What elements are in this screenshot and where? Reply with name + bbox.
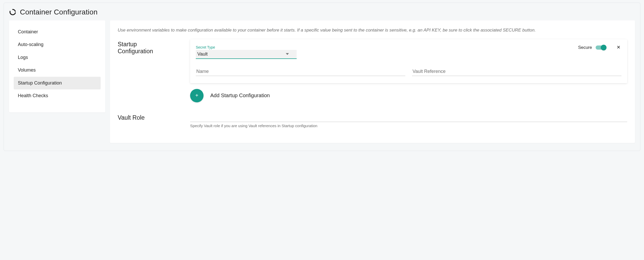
secret-type-field: Secret Type Vault <box>196 45 297 59</box>
sidebar: Container Auto-scaling Logs Volumes Star… <box>9 20 105 112</box>
vault-role-section: Vault Role Specify Vault role if you are… <box>118 113 627 128</box>
secret-type-label: Secret Type <box>196 45 297 49</box>
plus-icon: + <box>195 93 198 98</box>
sidebar-item-label: Volumes <box>18 67 36 73</box>
sidebar-item-label: Startup Configuration <box>18 80 62 86</box>
secret-type-value: Vault <box>197 51 208 57</box>
startup-config-card: ✕ Secret Type Vault <box>190 39 627 83</box>
add-startup-config-label: Add Startup Configuration <box>210 93 270 98</box>
sidebar-item-volumes[interactable]: Volumes <box>14 64 101 77</box>
main-content: Use environment variables to make config… <box>110 20 635 143</box>
sidebar-item-container[interactable]: Container <box>14 26 101 38</box>
sidebar-item-label: Logs <box>18 55 28 60</box>
sidebar-item-label: Health Checks <box>18 93 48 98</box>
close-icon: ✕ <box>617 45 620 50</box>
section-heading: Vault Role <box>118 113 172 121</box>
secure-toggle-group: Secure <box>578 45 606 50</box>
add-startup-config-row: + Add Startup Configuration <box>190 89 627 102</box>
sidebar-item-logs[interactable]: Logs <box>14 51 101 64</box>
sidebar-item-auto-scaling[interactable]: Auto-scaling <box>14 38 101 51</box>
add-startup-config-button[interactable]: + <box>190 89 204 102</box>
secure-toggle-label: Secure <box>578 45 592 50</box>
secret-type-select[interactable]: Vault <box>196 50 297 59</box>
section-heading: Startup Configuration <box>118 39 172 55</box>
sidebar-item-startup-configuration[interactable]: Startup Configuration <box>14 77 101 89</box>
panel-header: Container Configuration <box>4 6 640 20</box>
startup-configuration-section: Startup Configuration ✕ Secret Type Vau <box>118 39 627 111</box>
section-description: Use environment variables to make config… <box>118 27 627 34</box>
container-configuration-panel: Container Configuration Container Auto-s… <box>4 3 640 151</box>
sidebar-item-label: Container <box>18 29 38 34</box>
sidebar-item-label: Auto-scaling <box>18 42 43 47</box>
vault-reference-input[interactable] <box>412 67 621 76</box>
secure-toggle[interactable] <box>596 45 606 50</box>
vault-role-helper: Specify Vault role if you are using Vaul… <box>190 124 627 128</box>
progress-circle-icon <box>9 9 16 16</box>
vault-role-input[interactable] <box>190 113 627 122</box>
name-input[interactable] <box>196 67 405 76</box>
page-title: Container Configuration <box>20 8 98 16</box>
sidebar-item-health-checks[interactable]: Health Checks <box>14 89 101 102</box>
close-button[interactable]: ✕ <box>616 44 621 51</box>
chevron-down-icon <box>286 52 289 56</box>
